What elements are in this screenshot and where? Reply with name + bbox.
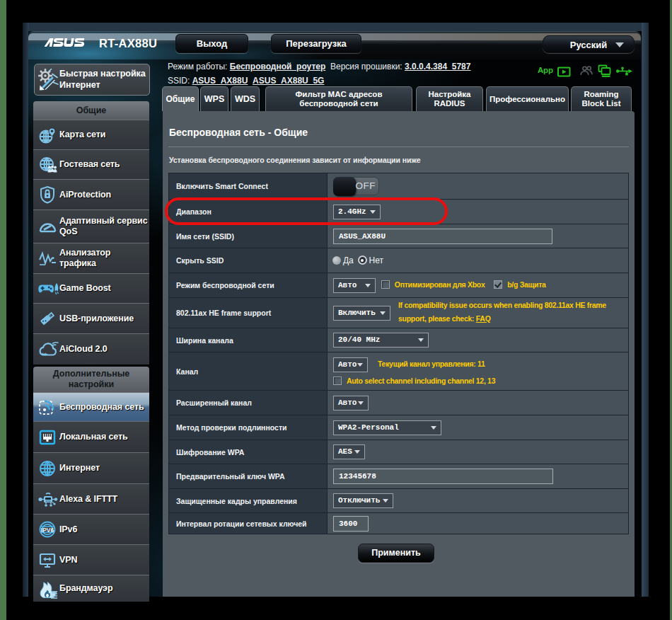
svg-text:IPV6: IPV6 [41,527,54,534]
